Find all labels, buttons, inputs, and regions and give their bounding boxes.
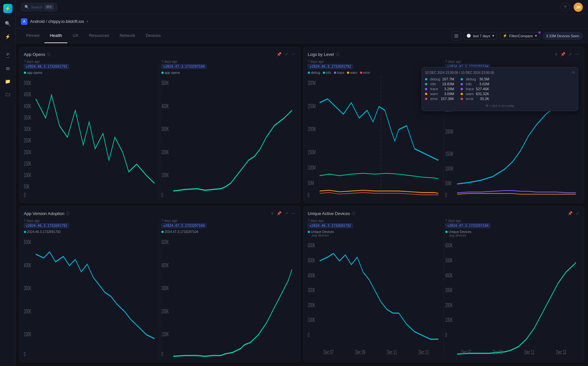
devices-ver-right: 7 days ago v2024.47.3.1733297104: [445, 219, 580, 228]
app-opens-dot-right: [161, 72, 164, 74]
svg-text:100K: 100K: [445, 317, 453, 323]
svg-text:Dec 09: Dec 09: [355, 349, 365, 355]
svg-text:0: 0: [24, 351, 25, 358]
svg-rect-0: [6, 67, 10, 68]
devices-ver-left-item: 7 days ago v2024.46.3.1732691792: [308, 219, 353, 228]
sidebar-icon-search[interactable]: 🔍: [3, 18, 13, 29]
logs-expand-icon[interactable]: ⤢: [568, 51, 573, 57]
card-version-header: App Version Adoption ⓘ ≡ 📌 ⤢ ⋯: [24, 210, 296, 216]
sidebar-icon-phone[interactable]: 📱: [3, 50, 13, 60]
card-logs-by-level: Logs by Level ⓘ ≡ 📌 ⤢ ⋯ 7 days ago v2024…: [303, 47, 584, 203]
svg-text:300K: 300K: [161, 285, 169, 291]
svg-text:300K: 300K: [24, 125, 31, 132]
svg-text:50M: 50M: [445, 180, 451, 187]
app-opens-chart-right: 7 days ago v2024.47.3.1733297104 app ope…: [161, 60, 296, 199]
logs-ver-left: 7 days ago v2024.46.3.1732691792: [308, 60, 353, 69]
app-opens-divider: [160, 60, 160, 199]
svg-text:100K: 100K: [161, 331, 169, 338]
user-avatar[interactable]: JH: [574, 3, 583, 12]
svg-text:500K: 500K: [161, 239, 169, 245]
tab-ux[interactable]: UX: [67, 29, 84, 43]
time-filter-label: last 7 days: [473, 34, 490, 38]
devices-unique-label-right: Unique Devices: [445, 230, 471, 234]
svg-text:450K: 450K: [24, 91, 31, 98]
tab-health[interactable]: Health: [44, 29, 67, 43]
card-logs-actions: ≡ 📌 ⤢ ⋯: [554, 51, 580, 57]
logs-tooltip: 10 DEC 2024 23:00:00 / 10 DEC 2024 23:00…: [421, 67, 578, 111]
svg-text:500K: 500K: [308, 257, 315, 264]
svg-text:600K: 600K: [308, 242, 315, 249]
tooltip-debug-left: debug 167.7M: [425, 77, 454, 81]
devices-pin-icon[interactable]: 📌: [567, 210, 573, 216]
tooltip-pin-hint: ⌘ + click to pin tooltip: [425, 104, 575, 108]
svg-rect-3: [455, 34, 456, 36]
card-app-version: App Version Adoption ⓘ ≡ 📌 ⤢ ⋯ 7 days ag…: [20, 206, 300, 362]
svg-text:150M: 150M: [445, 151, 453, 157]
sidebar-icon-folder2[interactable]: [3, 89, 13, 100]
tab-pinned[interactable]: Pinned: [21, 29, 44, 43]
project-bar: A Android / chippy.io.bitdrift.ios ▾: [16, 14, 588, 29]
devices-info-icon[interactable]: ⓘ: [352, 211, 355, 216]
svg-text:400K: 400K: [161, 102, 169, 109]
tooltip-error-right: error 33.2K: [461, 97, 489, 101]
version-info-icon[interactable]: ⓘ: [66, 211, 70, 216]
card-devices-actions: 📌 ⤢: [567, 210, 580, 216]
version-menu-icon[interactable]: ⋯: [291, 210, 296, 216]
search-bar[interactable]: 🔍 Search ⌘K: [21, 3, 57, 11]
svg-text:0: 0: [161, 351, 163, 358]
version-series-label-left: 2024.46.3.1732691792: [24, 230, 61, 234]
card-app-opens: App Opens ⓘ 📌 ⤢ ⋯ 7 days ago v2024.46.3.…: [20, 47, 300, 203]
version-ver-right-item: 7 days ago v2024.47.3.1733297104: [161, 219, 206, 228]
svg-text:Dec 07: Dec 07: [323, 349, 334, 355]
project-icon: A: [21, 18, 27, 25]
svg-text:300K: 300K: [24, 285, 31, 291]
tab-network[interactable]: Network: [114, 29, 140, 43]
sidebar-icon-lightning[interactable]: ⚡: [3, 31, 13, 42]
app-opens-svg-left: 500K 450K 400K 350K 300K 250K 200K 150K …: [24, 76, 158, 199]
app-opens-svg-right: 500K 400K 300K 200K 100K 0 Dec 07 Dec 09…: [161, 76, 296, 199]
app-opens-series-label-right: app opens: [161, 71, 180, 75]
sidebar-icon-layers[interactable]: [3, 63, 13, 74]
tooltip-info-left: info 18.83M: [425, 82, 454, 86]
svg-text:200K: 200K: [308, 302, 315, 308]
devices-chart-area-left: 600K 500K 400K 300K 200K 100K 0 Dec 07 D…: [308, 239, 442, 358]
help-button[interactable]: ?: [561, 3, 570, 12]
time-filter-dropdown[interactable]: 🕐 last 7 days ▾: [464, 32, 497, 40]
devices-chart-right: 7 days ago v2024.47.3.1733297104 Unique …: [445, 219, 580, 358]
devices-expand-icon[interactable]: ⤢: [575, 210, 580, 216]
project-dropdown-button[interactable]: ▾: [87, 20, 88, 23]
logs-info-icon[interactable]: ⓘ: [336, 52, 339, 57]
app-opens-series-right: app opens: [161, 71, 296, 75]
svg-text:0: 0: [24, 191, 25, 198]
tooltip-copy-icon[interactable]: ⧉: [572, 71, 575, 75]
tab-devices[interactable]: Devices: [140, 29, 166, 43]
tab-resources[interactable]: Resources: [84, 29, 114, 43]
version-chart-area-left: 500K 400K 300K 200K 100K 0 Dec 07 Dec 09…: [24, 235, 158, 358]
logs-pin-icon[interactable]: 📌: [560, 51, 566, 57]
app-opens-info-icon[interactable]: ⓘ: [47, 52, 51, 57]
logs-error-label: error: [360, 71, 370, 75]
card-app-opens-actions: 📌 ⤢ ⋯: [276, 51, 296, 57]
filter-compare-dropdown[interactable]: ⚡ Filter/Compare ▾: [500, 32, 540, 40]
version-chart-left: 7 days ago v2024.46.3.1732691792 2024.46…: [24, 219, 158, 358]
app-opens-expand-icon[interactable]: ⤢: [284, 51, 289, 57]
version-pin-icon[interactable]: 📌: [276, 210, 282, 216]
app-opens-pin-icon[interactable]: 📌: [276, 51, 282, 57]
devices-svg-left: 600K 500K 400K 300K 200K 100K 0 Dec 07 D…: [308, 239, 442, 358]
grid-toggle-button[interactable]: [452, 31, 461, 41]
logs-list-icon[interactable]: ≡: [554, 51, 558, 57]
logs-menu-icon[interactable]: ⋯: [575, 51, 580, 57]
ver-item-left: 7 days ago v2024.46.3.1732691792: [24, 60, 69, 69]
version-charts: 7 days ago v2024.46.3.1732691792 2024.46…: [24, 219, 296, 358]
version-list-icon[interactable]: ≡: [270, 210, 274, 216]
version-expand-icon[interactable]: ⤢: [284, 210, 289, 216]
svg-text:400K: 400K: [308, 272, 315, 278]
tooltip-trace-right: trace 527.46K: [461, 87, 489, 91]
svg-text:Dec 11: Dec 11: [524, 349, 534, 355]
card-app-opens-header: App Opens ⓘ 📌 ⤢ ⋯: [24, 51, 296, 57]
version-ver-right: 7 days ago v2024.47.3.1733297104: [161, 219, 296, 228]
app-opens-menu-icon[interactable]: ⋯: [291, 51, 296, 57]
svg-text:50K: 50K: [24, 183, 29, 190]
svg-text:150K: 150K: [24, 160, 31, 167]
sidebar-icon-folder[interactable]: 📁: [3, 76, 13, 87]
